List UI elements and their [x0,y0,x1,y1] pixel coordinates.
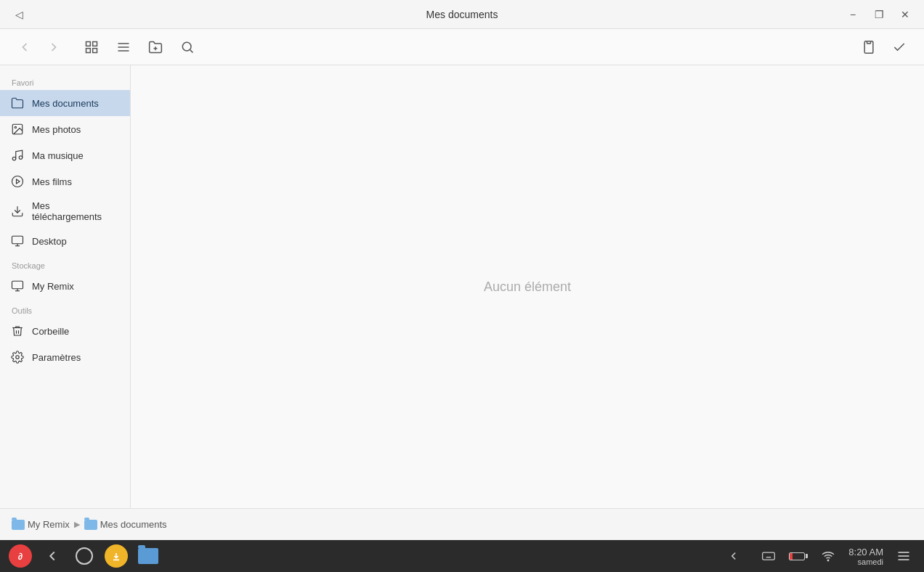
svg-rect-3 [93,48,97,52]
music-icon [10,148,25,163]
sidebar-item-label: My Remix [32,281,74,292]
desktop-icon [10,234,25,248]
taskbar-right: 8:20 AM samedi [719,543,918,569]
svg-point-25 [16,356,20,359]
download-icon [10,204,25,218]
breadcrumb-root: My Remix [12,519,70,530]
svg-point-15 [19,156,23,160]
stockage-section-title: Stockage [0,254,130,273]
folder-icon-small-current [84,520,97,530]
grid-view-button[interactable] [78,34,105,60]
minimize-button[interactable]: − [843,4,863,25]
breadcrumb-current: Mes documents [84,519,167,530]
folder-icon [10,96,25,110]
sidebar-item-label: Mes photos [32,124,81,135]
sidebar-item-label: Ma musique [32,150,84,161]
sidebar: Favori Mes documents Mes photos Ma musiq… [0,65,131,508]
window-controls: − ❐ ✕ [843,4,915,25]
check-button[interactable] [886,34,912,60]
clipboard-button[interactable] [856,34,882,60]
breadcrumb-current-label: Mes documents [100,519,167,530]
back-button[interactable] [12,34,38,60]
svg-point-16 [12,176,23,187]
svg-rect-0 [86,41,91,46]
dj-icon: ∂ [9,544,32,568]
svg-rect-19 [12,236,23,244]
sidebar-item-mes-documents[interactable]: Mes documents [0,90,130,116]
battery-icon [789,552,808,560]
svg-point-13 [15,126,16,128]
svg-rect-11 [867,41,871,43]
breadcrumb-root-label: My Remix [28,519,70,530]
svg-point-34 [828,560,830,561]
toolbar [0,29,924,65]
svg-rect-22 [12,281,23,289]
sidebar-item-mes-films[interactable]: Mes films [0,168,130,195]
nav-buttons [12,34,67,60]
svg-marker-17 [17,179,20,184]
new-folder-button[interactable] [142,34,169,60]
home-icon [76,547,93,565]
svg-rect-2 [86,48,91,52]
sidebar-item-label: Desktop [32,236,67,247]
taskbar-dj-button[interactable]: ∂ [6,543,35,569]
taskbar-folder-button[interactable] [134,543,163,569]
wifi-button[interactable] [814,543,843,569]
settings-icon [10,350,25,364]
taskbar-back-button[interactable] [38,543,67,569]
window-title: Mes documents [426,9,498,20]
sidebar-item-ma-musique[interactable]: Ma musique [0,142,130,168]
outils-section-title: Outils [0,299,130,318]
trash-icon [10,324,25,338]
breadcrumb-arrow: ▶ [74,520,80,529]
svg-rect-28 [763,552,775,560]
sidebar-item-desktop[interactable]: Desktop [0,228,130,254]
taskbar-download-button[interactable] [102,543,131,569]
taskbar-keyboard-button[interactable] [754,543,783,569]
empty-label: Aucun élément [484,279,571,295]
taskbar: ∂ [0,540,924,572]
sidebar-item-label: Mes films [32,176,72,187]
sidebar-item-label: Paramètres [32,352,81,363]
sidebar-item-label: Mes téléchargements [32,200,120,222]
taskbar-time: 8:20 AM samedi [848,547,883,566]
title-back-button[interactable]: ◁ [9,4,29,25]
main-layout: Favori Mes documents Mes photos Ma musiq… [0,65,924,508]
title-bar: ◁ Mes documents − ❐ ✕ [0,0,924,29]
title-bar-left: ◁ [9,4,38,25]
folder-icon-small-root [12,520,25,530]
close-button[interactable]: ✕ [895,4,915,25]
films-icon [10,174,25,189]
content-area: Aucun élément [131,65,924,508]
sidebar-item-label: Mes documents [32,98,99,109]
restore-button[interactable]: ❐ [869,4,889,25]
download-taskbar-icon [105,544,128,568]
search-button[interactable] [174,34,200,60]
favori-section-title: Favori [0,71,130,90]
remix-icon [10,279,25,293]
list-view-button[interactable] [110,34,137,60]
taskbar-arrow-left[interactable] [719,543,748,569]
svg-rect-1 [93,41,97,46]
svg-line-10 [190,49,193,52]
sidebar-item-label: Corbeille [32,326,69,337]
folder-taskbar-icon [138,548,158,564]
taskbar-home-button[interactable] [70,543,99,569]
svg-point-14 [12,157,16,160]
svg-point-9 [182,42,191,51]
sidebar-item-my-remix[interactable]: My Remix [0,273,130,299]
toolbar-right [856,34,912,60]
sidebar-item-mes-photos[interactable]: Mes photos [0,116,130,142]
status-bar: My Remix ▶ Mes documents [0,508,924,540]
taskbar-menu-button[interactable] [889,543,918,569]
sidebar-item-corbeille[interactable]: Corbeille [0,318,130,344]
forward-button[interactable] [41,34,67,60]
photos-icon [10,122,25,136]
sidebar-item-parametres[interactable]: Paramètres [0,344,130,370]
sidebar-item-mes-telechargements[interactable]: Mes téléchargements [0,195,130,228]
